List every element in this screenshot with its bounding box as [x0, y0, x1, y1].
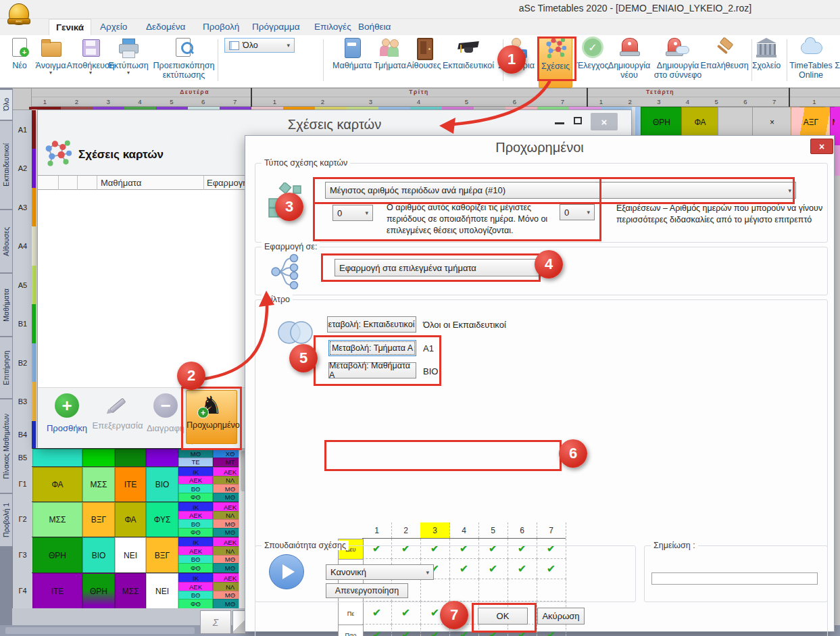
timetable-cell[interactable]: ΝΕΙ — [115, 537, 146, 573]
period-number[interactable]: 3 — [369, 98, 372, 105]
timetable-cell[interactable] — [32, 449, 82, 467]
menu-tab-options[interactable]: Επιλογές — [307, 19, 358, 35]
timetable-cell[interactable]: ΙΤΕ — [115, 467, 146, 502]
close-icon[interactable]: × — [591, 113, 618, 130]
apply-to-combobox[interactable]: Εφαρμογή στα επιλεγμένα τμήματα▾ — [335, 259, 543, 276]
period-number[interactable]: 4 — [686, 98, 689, 105]
side-tab-5[interactable]: Επιτήρηση — [0, 337, 13, 399]
relation-type-combobox[interactable]: Μέγιστος αριθμός περιόδων ανά ημέρα (#10… — [325, 182, 796, 199]
period-number[interactable]: 3 — [106, 98, 109, 105]
grid-column-header[interactable]: 1 — [362, 522, 392, 538]
column-header-apply[interactable]: Εφαρμογή — [207, 178, 247, 188]
row-header-Γ2[interactable]: Γ2 — [12, 502, 33, 537]
clipped-ribbon-button[interactable]: Σ — [833, 36, 840, 87]
menu-tab-data[interactable]: Δεδομένα — [139, 19, 192, 35]
grid-column-header[interactable]: 2 — [391, 522, 421, 538]
timetable-cell[interactable]: ΦΑ — [32, 467, 82, 502]
period-number[interactable]: 3 — [657, 98, 660, 105]
change-subjects-button[interactable]: Μεταβολή: Μαθήματα Α — [328, 362, 416, 378]
cancel-button[interactable]: Ακύρωση — [537, 608, 585, 625]
timetable-mini-cell[interactable]: ΦΘ — [178, 563, 213, 573]
timetable-cell[interactable]: ΙΤΕ — [32, 573, 82, 609]
timetable-cell[interactable] — [835, 145, 840, 176]
timetable-cell[interactable]: ΜΣΣ — [115, 573, 146, 609]
disable-button[interactable]: Απενεργοποίηση — [326, 583, 408, 598]
generate-cloud-button[interactable]: Δημιουργία στο σύννεφο — [653, 36, 703, 87]
period-number[interactable]: 5 — [465, 98, 468, 105]
open-button[interactable]: Άνοιγμα▾ — [34, 36, 68, 87]
period-number[interactable]: 2 — [75, 98, 78, 105]
delete-relation-button[interactable]: − Διαγραφή — [145, 392, 187, 445]
timetable-mini-cell[interactable]: ΦΘ — [178, 599, 213, 609]
grid-cell[interactable]: ✔ — [391, 625, 421, 636]
row-header-Γ1[interactable]: Γ1 — [12, 466, 33, 502]
importance-combobox[interactable]: Κανονική▾ — [326, 564, 434, 580]
period-number[interactable]: 1 — [43, 98, 47, 105]
print-preview-button[interactable]: Προεπισκόπηση εκτύπωσης — [151, 36, 216, 87]
generate-new-button[interactable]: Δημιουργία νέου — [606, 36, 653, 87]
timetable-mini-cell[interactable]: ΦΘ — [178, 528, 213, 538]
maximize-icon[interactable] — [574, 117, 582, 124]
timetable-cell[interactable]: ΦΥΣ — [146, 502, 178, 537]
subjects-button[interactable]: Μαθήματα — [330, 36, 374, 87]
row-header-B4[interactable]: B4 — [12, 421, 33, 449]
timetable-cell[interactable]: ΜΣΣ — [82, 467, 115, 502]
period-number[interactable]: 7 — [233, 98, 237, 105]
edit-relation-button[interactable]: Επεξεργασία — [91, 392, 145, 445]
period-number[interactable]: 6 — [743, 98, 747, 105]
period-number[interactable]: 6 — [201, 98, 205, 105]
teachers-button[interactable]: Εκπαιδευτικοί — [440, 36, 497, 87]
max-periods-combobox[interactable]: 0▾ — [332, 205, 373, 221]
row-header-A2[interactable]: A2 — [12, 149, 33, 189]
menu-tab-schedule[interactable]: Πρόγραμμα — [245, 19, 307, 35]
timetable-mini-cell[interactable]: ΦΘ — [178, 493, 213, 503]
timetable-cell[interactable]: ΜΣΣ — [32, 502, 82, 537]
period-number[interactable]: 2 — [628, 98, 631, 105]
side-tab-1[interactable]: Όλο — [0, 89, 13, 120]
advanced-button[interactable]: ♞ + Προχωρημένοι — [186, 390, 237, 444]
timetable-cell[interactable] — [146, 449, 178, 467]
grid-column-header[interactable]: 5 — [478, 522, 508, 538]
timetable-cell[interactable]: ΘΡΗ — [32, 537, 82, 573]
period-number[interactable]: 1 — [812, 98, 816, 105]
timetable-cell[interactable]: ΒΞΓ — [82, 502, 115, 537]
menu-tab-file[interactable]: Αρχείο — [93, 19, 134, 35]
grid-day-label-Παρ[interactable]: Παρ — [338, 625, 364, 636]
period-number[interactable]: 5 — [170, 98, 173, 105]
grid-column-header[interactable]: 4 — [449, 522, 479, 538]
period-number[interactable]: 4 — [138, 98, 141, 105]
sum-button[interactable]: Σ — [200, 610, 231, 634]
timetable-mini-cell[interactable]: ΤΕ — [178, 458, 213, 468]
print-button[interactable]: Εκτύπωση▾ — [107, 36, 150, 87]
row-header-A3[interactable]: A3 — [12, 188, 33, 227]
add-relation-button[interactable]: + Προσθήκη — [46, 392, 88, 445]
note-input[interactable] — [651, 572, 818, 585]
exceptions-combobox[interactable]: 0▾ — [560, 204, 595, 220]
view-filter-combobox[interactable]: Όλο ▾ — [224, 38, 295, 53]
timetable-cell[interactable]: ΑΞΓ — [791, 107, 831, 138]
ok-button[interactable]: OK — [478, 608, 528, 625]
period-number[interactable]: 1 — [273, 98, 276, 105]
timetable-cell[interactable]: ΝΕΙ — [146, 573, 178, 609]
timetable-cell[interactable]: ΘΡΗ — [641, 107, 683, 138]
period-number[interactable]: 2 — [321, 98, 324, 105]
change-classes-button[interactable]: Μεταβολή: Τμήματα Α — [328, 340, 416, 356]
row-header-A4[interactable]: A4 — [12, 226, 33, 266]
timetable-cell[interactable]: ΒΙΟ — [146, 467, 178, 502]
grid-cell[interactable]: ✔ — [391, 602, 421, 625]
timetable-cell[interactable]: ΘΡΗ — [82, 573, 115, 609]
row-header-Γ3[interactable]: Γ3 — [12, 537, 33, 573]
period-number[interactable]: 7 — [561, 98, 564, 105]
menu-tab-general[interactable]: Γενικά — [49, 19, 91, 35]
grid-cell[interactable]: ✔ — [537, 625, 566, 636]
classes-button[interactable]: Τμήματα — [371, 36, 409, 87]
timetable-cell[interactable] — [82, 449, 115, 467]
menu-tab-help[interactable]: Βοήθεια — [351, 19, 397, 35]
grid-day-label-Πε[interactable]: Πε — [338, 602, 364, 625]
grid-column-header[interactable]: 3 — [420, 522, 450, 538]
grid-cell[interactable]: ✔ — [362, 602, 392, 625]
timetable-cell[interactable]: ΒΙΟ — [82, 537, 115, 573]
side-tab-6[interactable]: Πίνακας Μαθημάτων — [0, 399, 13, 493]
timetable-cell[interactable] — [115, 449, 146, 467]
timetable-cell[interactable]: × — [752, 107, 792, 138]
